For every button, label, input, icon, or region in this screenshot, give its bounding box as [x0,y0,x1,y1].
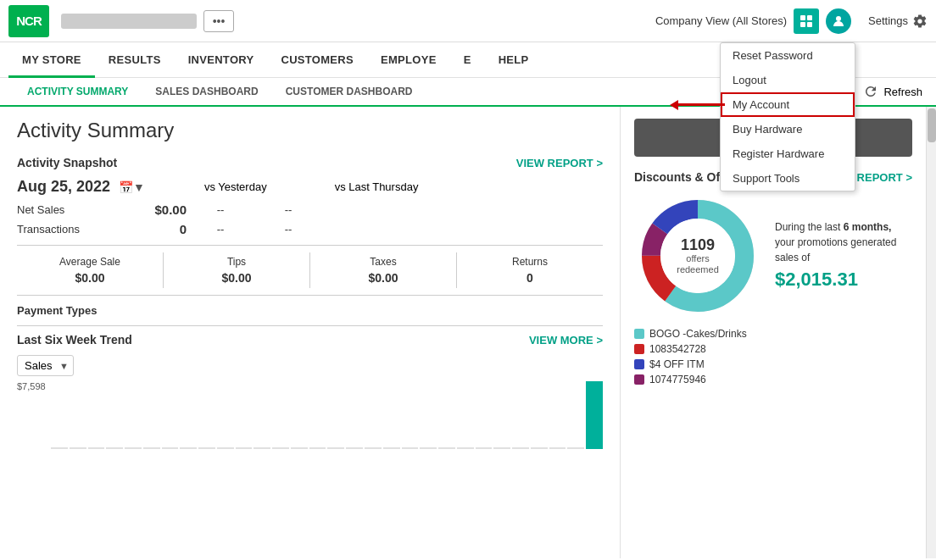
transactions-vs2: -- [254,223,322,236]
nav-my-store[interactable]: MY STORE [8,42,95,78]
returns-value: 0 [464,271,596,285]
svg-text:1109: 1109 [681,236,715,253]
chart-bar [309,447,326,449]
arrow-line [678,103,725,106]
chart-bar [198,447,215,449]
nav-office[interactable]: E [450,42,485,78]
date-row: Aug 25, 2022 📅▼ vs Yesterday vs Last Thu… [17,178,603,196]
snapshot-header: Activity Snapshot VIEW REPORT > [17,156,603,169]
svg-rect-1 [807,15,812,20]
tips-value: $0.00 [170,271,303,285]
dropdown-my-account-wrapper: My Account [721,92,855,117]
dropdown-reset-password[interactable]: Reset Password [721,43,855,68]
trend-title: Last Six Week Trend [17,333,132,347]
left-panel: Activity Summary Activity Snapshot VIEW … [0,107,621,558]
snapshot-date: Aug 25, 2022 [17,178,110,196]
user-avatar-icon[interactable] [826,8,851,34]
legend-label-2: $4 OFF ITM [649,358,705,370]
legend-swatch-0 [634,329,644,339]
returns-cell: Returns 0 [457,252,603,288]
user-dropdown: Reset Password Logout My Account Buy Har… [720,42,855,191]
nav-help[interactable]: HELP [485,42,543,78]
top-bar: NCR ••• Company View (All Stores) Settin… [0,0,936,42]
svg-text:offers: offers [686,253,710,263]
refresh-label: Refresh [883,86,922,98]
avg-sale-label: Average Sale [24,256,156,268]
transactions-row: Transactions 0 -- -- [17,222,603,236]
trend-chart: $7,598 [17,381,603,449]
chart-bar [402,447,419,449]
legend-item-1: 1083542728 [634,343,912,355]
chart-bar [512,447,529,449]
transactions-label: Transactions [17,223,102,236]
chart-bar [567,447,584,449]
returns-label: Returns [464,256,596,268]
taxes-label: Taxes [317,256,449,268]
dropdown-register-hardware[interactable]: Register Hardware [721,141,855,166]
legend-label-1: 1083542728 [649,343,706,355]
nav-results[interactable]: RESULTS [95,42,175,78]
legend-label-0: BOGO -Cakes/Drinks [649,328,747,340]
chart-bar [143,447,160,449]
tips-label: Tips [170,256,303,268]
refresh-icon [863,84,878,99]
legend-label-3: 1074775946 [649,374,706,385]
view-toggle-icon[interactable] [794,8,819,34]
dropdown-support-tools[interactable]: Support Tools [721,166,855,191]
menu-button[interactable]: ••• [203,10,234,32]
chart-bar [549,447,566,449]
nav-employees[interactable]: EMPLOYE [367,42,450,78]
scrollbar-thumb[interactable] [928,108,936,142]
trend-view-more[interactable]: VIEW MORE > [529,334,603,347]
chart-bar [291,447,308,449]
chart-bar [531,447,548,449]
transactions-vs1: -- [187,223,254,236]
my-account-arrow [670,100,725,110]
chart-bar [125,447,142,449]
settings-label: Settings [868,14,908,27]
chart-bar [106,447,123,449]
chart-bar [438,447,455,449]
trend-select[interactable]: Sales [17,355,74,376]
transactions-value: 0 [102,222,187,236]
dropdown-logout[interactable]: Logout [721,68,855,92]
legend-item-0: BOGO -Cakes/Drinks [634,328,912,340]
vs-labels: vs Yesterday vs Last Thursday [204,180,418,193]
nav-customers[interactable]: CUSTOMERS [267,42,367,78]
chart-bar [162,447,179,449]
chart-bar [70,447,86,449]
subnav-customer-dashboard[interactable]: CUSTOMER DASHBOARD [272,86,426,97]
refresh-button[interactable]: Refresh [863,84,922,99]
chart-bar [254,447,270,449]
svg-text:redeemed: redeemed [677,264,719,274]
net-sales-vs2: -- [254,203,322,216]
chart-bar [327,447,344,449]
chart-bar [493,447,510,449]
svg-rect-0 [800,15,805,20]
settings-gear-icon [912,14,928,29]
snapshot-view-report[interactable]: VIEW REPORT > [516,157,603,169]
net-sales-row: Net Sales $0.00 -- -- [17,202,603,217]
net-sales-value: $0.00 [102,202,187,217]
chart-bar [457,447,474,449]
donut-container: 1109 offers redeemed During the last 6 m… [634,192,912,319]
chart-bar [420,447,437,449]
trend-select-wrapper[interactable]: Sales ▼ [17,355,74,376]
vs-yesterday-label: vs Yesterday [204,180,267,193]
months-bold: 6 months, [844,221,892,233]
nav-inventory[interactable]: INVENTORY [175,42,268,78]
chart-y-label: $7,598 [17,381,46,391]
subnav-sales-dashboard[interactable]: SALES DASHBOARD [142,86,271,97]
scrollbar[interactable] [926,107,936,558]
subnav-activity-summary[interactable]: ACTIVITY SUMMARY [14,86,142,97]
stats-grid: Average Sale $0.00 Tips $0.00 Taxes $0.0… [17,245,603,296]
dropdown-buy-hardware[interactable]: Buy Hardware [721,117,855,141]
calendar-icon[interactable]: 📅▼ [119,180,145,194]
chart-bar [88,447,105,449]
settings-area[interactable]: Settings [868,14,928,29]
arrow-head [670,100,678,110]
dropdown-my-account[interactable]: My Account [721,92,855,117]
svg-rect-2 [800,22,805,27]
donut-chart: 1109 offers redeemed [634,192,761,319]
chart-bar [217,447,234,449]
